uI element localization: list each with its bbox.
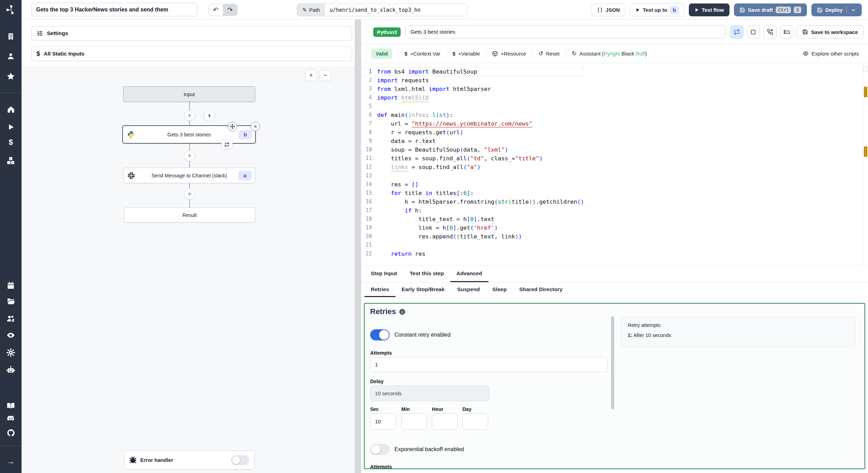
test-up-to-button[interactable]: Test up to b xyxy=(630,3,684,16)
constant-retry-toggle[interactable] xyxy=(370,329,390,340)
add-variable-button[interactable]: $ +Variable xyxy=(446,49,486,59)
code-line: 15 for title in titles[:6]: xyxy=(361,189,584,197)
square-icon xyxy=(750,29,756,35)
tab-step-input[interactable]: Step Input xyxy=(365,265,403,282)
save-draft-button[interactable]: Save draft CtrlS xyxy=(734,3,807,16)
lint-status: Valid xyxy=(365,49,399,59)
play-icon xyxy=(694,8,699,12)
flow-node-input[interactable]: Input xyxy=(123,86,255,102)
explore-other-scripts-button[interactable]: Explore other scripts xyxy=(803,51,868,57)
save-to-workspace-button[interactable]: Save to workspace xyxy=(797,25,863,39)
move-step-button[interactable] xyxy=(228,122,237,131)
insert-step-button[interactable]: + xyxy=(184,188,195,200)
tab-test-this-step[interactable]: Test this step xyxy=(403,265,450,282)
sidebar-item-discord[interactable] xyxy=(0,411,22,425)
subtab-shared-directory[interactable]: Shared Directory xyxy=(513,282,569,297)
repeat-icon xyxy=(734,29,740,35)
phone-incoming-icon xyxy=(767,29,773,35)
insert-step-button[interactable]: + xyxy=(184,110,195,121)
zoom-out-button[interactable]: − xyxy=(319,70,331,81)
code-line: 16 h = html5parser.fromstring(str(title)… xyxy=(361,197,584,206)
sleep-option-button[interactable] xyxy=(780,25,793,39)
sec-input[interactable] xyxy=(370,413,396,430)
retry-indicator-button[interactable] xyxy=(221,140,233,149)
plus-icon: + xyxy=(188,152,191,159)
flow-node-result[interactable]: Result xyxy=(124,208,255,222)
sidebar-item-docs[interactable] xyxy=(0,399,22,413)
sidebar-item-variables[interactable]: $ xyxy=(0,135,22,149)
pane-resize-handle[interactable] xyxy=(355,19,361,473)
sidebar-item-settings[interactable] xyxy=(0,346,22,360)
sidebar-item-runs[interactable] xyxy=(0,120,22,134)
chevron-down-icon[interactable] xyxy=(851,7,856,13)
subtab-early-stop[interactable]: Early Stop/Break xyxy=(395,282,451,297)
hour-input[interactable] xyxy=(432,413,458,430)
path-value[interactable]: u/henri/send_to_slack_top3_hn xyxy=(325,4,467,16)
json-button[interactable]: JSON xyxy=(592,3,625,16)
step-name-input[interactable] xyxy=(406,25,726,39)
subtab-suspend[interactable]: Suspend xyxy=(451,282,486,297)
summary-title: Retry attempts xyxy=(628,322,849,328)
sidebar-item-user[interactable] xyxy=(0,49,22,63)
add-context-var-button[interactable]: $ +Context Var xyxy=(399,49,446,59)
flow-canvas[interactable]: + − Input + Gets 3 best stories b × xyxy=(22,67,355,473)
retries-scrollbar[interactable] xyxy=(611,316,614,409)
sidebar-item-logo[interactable] xyxy=(0,3,22,17)
pencil-icon: ✎ xyxy=(302,7,307,13)
sidebar-item-resources[interactable] xyxy=(0,154,22,168)
sidebar-item-github[interactable] xyxy=(0,426,22,440)
insert-step-button[interactable]: + xyxy=(184,150,195,161)
all-static-inputs-button[interactable]: $ All Static Inputs xyxy=(31,47,352,61)
sidebar-item-schedules[interactable] xyxy=(0,279,22,293)
editor-overview-box xyxy=(863,66,867,72)
retries-option-button[interactable] xyxy=(730,25,743,39)
path-field[interactable]: ✎ Path u/henri/send_to_slack_top3_hn xyxy=(297,3,468,16)
deploy-button[interactable]: Deploy xyxy=(811,3,862,16)
path-label: ✎ Path xyxy=(297,4,325,16)
sidebar-item-groups[interactable] xyxy=(0,312,22,326)
tab-advanced[interactable]: Advanced xyxy=(450,265,489,282)
undo-button[interactable]: ↶ xyxy=(209,4,223,16)
sidebar-item-workers[interactable] xyxy=(0,363,22,377)
attempts-input[interactable] xyxy=(370,357,608,372)
subtab-sleep[interactable]: Sleep xyxy=(486,282,513,297)
sidebar: $ → xyxy=(0,0,22,473)
trigger-button[interactable] xyxy=(204,110,215,121)
zoom-in-button[interactable]: + xyxy=(305,70,317,81)
flow-node-error-handler[interactable]: Error handler xyxy=(124,450,254,470)
flow-settings-button[interactable]: Settings xyxy=(31,26,352,41)
subtab-retries[interactable]: Retries xyxy=(365,282,395,297)
test-flow-button[interactable]: Test flow xyxy=(689,3,729,16)
suspend-option-button[interactable] xyxy=(763,25,777,39)
sidebar-item-home[interactable] xyxy=(0,102,22,116)
dollar-icon: $ xyxy=(9,138,13,146)
info-icon[interactable]: i xyxy=(399,309,405,315)
day-input[interactable] xyxy=(462,413,488,430)
min-input[interactable] xyxy=(401,413,427,430)
boxes-icon xyxy=(6,156,15,165)
bed-icon xyxy=(784,29,790,35)
add-resource-button[interactable]: +Resource xyxy=(486,49,532,59)
delay-input xyxy=(370,386,490,401)
redo-button[interactable]: ↷ xyxy=(223,4,237,16)
sidebar-collapse-button[interactable]: → xyxy=(0,455,22,468)
exponential-backoff-toggle[interactable] xyxy=(370,444,390,455)
editor-overview-ruler[interactable] xyxy=(862,63,868,265)
flow-node-step-a[interactable]: Send Message to Channel (slack) a xyxy=(123,168,255,183)
sec-label: Sec xyxy=(370,406,379,412)
reset-button[interactable]: ↺ Reset xyxy=(532,49,566,59)
sidebar-item-audit[interactable] xyxy=(0,328,22,342)
code-editor[interactable]: 1from bs4 import BeautifulSoup2import re… xyxy=(361,63,868,265)
early-stop-option-button[interactable] xyxy=(747,25,760,39)
editor-header: Python3 Save to workspace xyxy=(361,19,868,44)
sidebar-item-favorites[interactable] xyxy=(0,69,22,83)
sidebar-item-workspace[interactable] xyxy=(0,29,22,43)
delete-step-button[interactable]: × xyxy=(251,122,260,131)
assistant-status[interactable]: ↻ Assistant (Pyright Black Ruff) xyxy=(566,49,653,59)
sidebar-item-folders[interactable] xyxy=(0,294,22,308)
dollar-icon: $ xyxy=(404,51,407,57)
summary-item: 1: After 10 seconds xyxy=(628,332,849,338)
user-icon xyxy=(7,52,15,60)
flow-title-input[interactable] xyxy=(31,3,197,16)
error-handler-toggle[interactable] xyxy=(231,455,249,465)
